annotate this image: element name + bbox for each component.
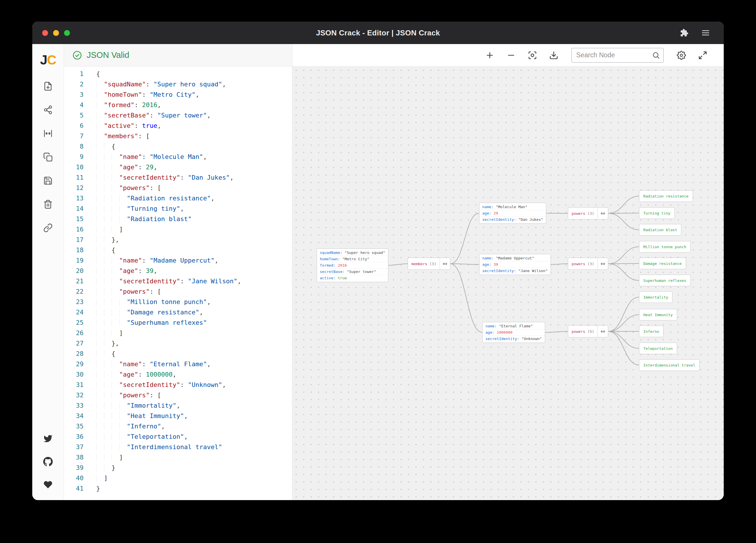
parent-key: powers [572,329,585,334]
node-row: name: "Molecule Man" [479,204,546,210]
zoom-in-icon[interactable] [484,50,495,61]
sidebar-footer [42,433,54,490]
graph-leaf-node[interactable]: Inferno [639,325,664,337]
graph-leaf-node[interactable]: Radiation blast [639,224,681,236]
graph-leaf-node[interactable]: Superhuman reflexes [639,275,691,286]
code-line: 7 "members": [ [64,131,292,141]
leaf-value: Turning tiny [643,211,670,215]
graph-leaf-node[interactable]: Heat Immunity [639,309,677,320]
left-sidebar: JC [32,44,64,500]
collapse-link-icon[interactable] [598,325,608,337]
node-key: age: [482,211,494,215]
node-value: true [338,276,347,280]
graph-node-molecule-man[interactable]: name: "Molecule Man" age: 29 secretIdent… [479,203,546,224]
center-view-icon[interactable] [527,50,538,61]
jsoncrack-logo[interactable]: JC [40,52,56,68]
node-key: formed: [320,263,338,268]
zoom-out-icon[interactable] [506,50,517,61]
leaf-value: Superhuman reflexes [643,278,686,283]
leaf-value: Radiation blast [643,228,677,232]
download-image-icon[interactable] [548,50,559,61]
graph-view-icon[interactable] [42,104,54,116]
node-value: "Super hero squad" [345,251,385,255]
graph-leaf-node[interactable]: Radiation resistance [639,190,693,202]
graph-node-eternal-flame[interactable]: name: "Eternal Flame" age: 1000000 secre… [482,322,545,343]
save-icon[interactable] [42,175,54,186]
graph-node-powers-1[interactable]: powers(3) [568,207,608,220]
code-line: 18 { [64,245,292,256]
graph-node-powers-3[interactable]: powers(5) [568,325,608,337]
search-node-wrap [571,48,664,63]
graph-panel: squadName: "Super hero squad" homeTown: … [292,44,724,500]
node-row: name: "Eternal Flame" [483,323,545,329]
share-link-icon[interactable] [42,222,54,234]
settings-gear-icon[interactable] [676,50,687,61]
node-value: "Jane Wilson" [518,269,548,273]
window-controls [42,22,70,44]
graph-leaf-node[interactable]: Turning tiny [639,207,675,219]
code-line: 33 "Immortality", [64,400,292,411]
node-key: name: [485,324,499,328]
window-title: JSON Crack - Editor | JSON Crack [316,29,440,37]
leaf-value: Interdimensional travel [643,363,695,367]
extension-icon[interactable] [679,28,689,38]
close-window-button[interactable] [42,30,48,36]
code-line: 37 "Interdimensional travel" [64,442,292,452]
graph-leaf-node[interactable]: Interdimensional travel [639,359,700,371]
delete-icon[interactable] [42,198,54,210]
code-line: 29 "name": "Eternal Flame", [64,359,292,369]
code-line: 39 } [64,463,292,473]
fullscreen-icon[interactable] [697,50,708,61]
app-window: JSON Crack - Editor | JSON Crack JC [32,22,724,500]
node-row: secretIdentity: "Dan Jukes" [479,216,546,223]
github-icon[interactable] [42,456,54,467]
toggle-orientation-icon[interactable] [42,128,54,139]
screen: JSON Crack - Editor | JSON Crack JC [0,0,756,543]
graph-leaf-node[interactable]: Damage resistance [639,258,686,269]
child-count: (3) [587,211,594,216]
zoom-window-button[interactable] [64,30,70,36]
node-label: powers(5) [568,325,598,337]
titlebar-right-icons [679,22,710,44]
node-key: secretIdentity: [482,269,518,273]
twitter-icon[interactable] [42,433,54,444]
code-line: 6 "active": true, [64,121,292,131]
node-row: active: true [317,275,388,281]
copy-icon[interactable] [42,151,54,163]
graph-leaf-node[interactable]: Million tonne punch [639,241,691,253]
graph-leaf-node[interactable]: Immortality [639,291,672,303]
code-line: 17 }, [64,235,292,245]
code-line: 40 ] [64,473,292,483]
collapse-link-icon[interactable] [440,258,450,270]
code-line: 22 "powers": [ [64,286,292,297]
graph-leaf-node[interactable]: Teleportation [639,342,677,354]
node-value: "Super tower" [347,270,376,274]
search-node-input[interactable] [571,48,664,63]
code-lines[interactable]: 1{2 "squadName": "Super hero squad",3 "h… [64,67,292,500]
code-line: 20 "age": 39, [64,266,292,276]
child-count: (3) [430,262,436,266]
search-icon[interactable] [652,51,660,59]
node-key: name: [482,256,496,260]
collapse-link-icon[interactable] [598,258,608,270]
graph-canvas[interactable]: squadName: "Super hero squad" homeTown: … [292,67,724,500]
new-document-icon[interactable] [42,80,54,92]
valid-check-icon [72,50,82,60]
minimize-window-button[interactable] [53,30,59,36]
menu-icon[interactable] [701,28,710,38]
graph-node-powers-2[interactable]: powers(3) [568,258,608,270]
code-line: 35 "Inferno", [64,421,292,432]
graph-node-squad[interactable]: squadName: "Super hero squad" homeTown: … [317,249,388,282]
graph-node-members[interactable]: members(3) [408,258,450,270]
graph-node-madame-uppercut[interactable]: name: "Madame Uppercut" age: 39 secretId… [479,254,551,275]
code-line: 28 { [64,349,292,359]
collapse-link-icon[interactable] [598,208,608,219]
node-key: secretBase: [320,270,347,274]
leaf-value: Radiation resistance [643,194,689,198]
sponsor-heart-icon[interactable] [42,479,54,490]
node-key: homeTown: [320,257,342,261]
node-key: squadName: [320,251,345,255]
code-line: 36 "Teleportation", [64,432,292,442]
code-line: 5 "secretBase": "Super tower", [64,110,292,121]
code-line: 21 "secretIdentity": "Jane Wilson", [64,276,292,286]
